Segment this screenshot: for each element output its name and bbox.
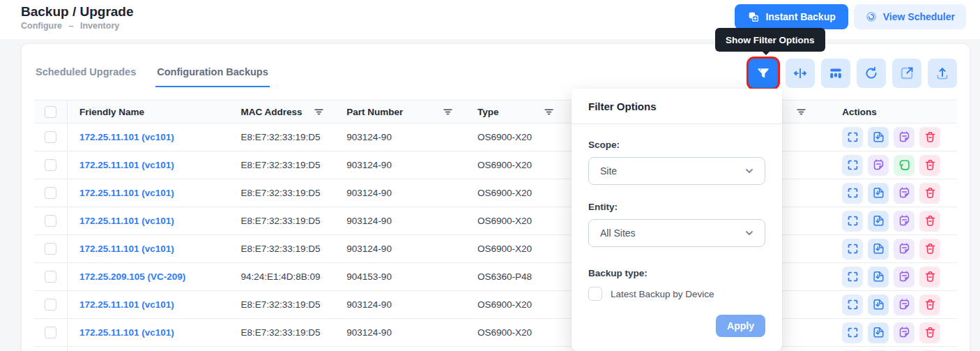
table-row: 172.25.11.101 (vc101) E8:E7:32:33:19:D5 … (34, 207, 957, 235)
device-link[interactable]: 172.25.11.101 (vc101) (79, 188, 174, 198)
view-scheduler-button[interactable]: View Scheduler (854, 4, 966, 29)
refresh-icon (864, 66, 879, 81)
download-action-button[interactable] (868, 127, 889, 148)
device-link[interactable]: 172.25.11.101 (vc101) (79, 244, 174, 254)
note-action-button[interactable] (894, 127, 914, 148)
expand-action-button[interactable] (842, 211, 863, 232)
delete-action-button[interactable] (919, 127, 940, 148)
content-area: Scheduled Upgrades Configuration Backups (0, 39, 980, 351)
device-link[interactable]: 172.25.11.101 (vc101) (79, 299, 174, 310)
column-resize-button[interactable] (786, 59, 815, 88)
note-action-button[interactable] (894, 322, 914, 343)
download-action-button[interactable] (868, 211, 889, 232)
download-action-button[interactable] (868, 322, 889, 343)
tab-configuration-backups[interactable]: Configuration Backups (155, 59, 270, 87)
device-link[interactable]: 172.25.11.101 (vc101) (79, 216, 174, 226)
delete-action-button[interactable] (919, 322, 940, 343)
scope-select[interactable]: Site (588, 157, 765, 185)
type-value: OS6900-X20 (477, 244, 532, 254)
expand-action-button[interactable] (842, 267, 863, 287)
row-checkbox[interactable] (45, 271, 56, 283)
note-action-button[interactable] (894, 211, 914, 232)
row-checkbox[interactable] (45, 327, 56, 338)
view-scheduler-label: View Scheduler (883, 11, 955, 22)
table-columns-icon (828, 66, 843, 81)
filter-tooltip-text: Show Filter Options (726, 35, 815, 45)
delete-action-button[interactable] (919, 211, 940, 232)
expand-action-button[interactable] (842, 155, 863, 176)
date-column-filter-icon[interactable] (796, 107, 806, 117)
row-checkbox[interactable] (45, 299, 56, 311)
row-checkbox[interactable] (45, 187, 56, 199)
expand-action-button[interactable] (842, 127, 863, 148)
refresh-button[interactable] (857, 59, 886, 88)
filter-tooltip: Show Filter Options (715, 28, 825, 52)
expand-action-button[interactable] (842, 322, 863, 343)
mac-address-value: E8:E7:32:33:19:D5 (241, 216, 321, 226)
device-link[interactable]: 172.25.11.101 (vc101) (79, 160, 174, 170)
breadcrumb-item-configure[interactable]: Configure (21, 21, 62, 31)
note-action-button[interactable] (894, 239, 914, 260)
latest-backup-checkbox-label: Latest Backup by Device (611, 289, 714, 299)
download-action-button[interactable] (868, 239, 889, 260)
note-action-button[interactable] (894, 267, 914, 287)
type-value: OS6900-X20 (477, 132, 532, 142)
device-link[interactable]: 172.25.209.105 (VC-209) (79, 271, 185, 282)
part-column-filter-icon[interactable] (443, 107, 453, 117)
part-number-value: 903124-90 (346, 327, 392, 338)
tab-scheduled-upgrades[interactable]: Scheduled Upgrades (34, 59, 137, 87)
table-row: 172.25.11.101 (vc101) E8:E7:32:33:19:D5 … (34, 347, 957, 351)
export-button[interactable] (892, 59, 921, 88)
note-action-button[interactable] (868, 155, 889, 176)
upload-button[interactable] (928, 59, 957, 88)
delete-action-button[interactable] (919, 183, 940, 204)
device-link[interactable]: 172.25.11.101 (vc101) (79, 327, 174, 338)
mac-address-value: E8:E7:32:33:19:D5 (241, 244, 321, 254)
note-action-button[interactable] (894, 294, 914, 315)
expand-action-button[interactable] (842, 239, 863, 260)
part-number-value: 903124-90 (346, 132, 392, 142)
mac-column-filter-icon[interactable] (314, 107, 324, 117)
row-checkbox[interactable] (45, 159, 56, 171)
instant-backup-button[interactable]: Instant Backup (735, 4, 848, 29)
expand-action-button[interactable] (842, 294, 863, 315)
note-action-button[interactable] (894, 183, 914, 204)
delete-action-button[interactable] (919, 267, 940, 287)
restore-action-button[interactable] (894, 155, 914, 176)
table-body: 172.25.11.101 (vc101) E8:E7:32:33:19:D5 … (34, 124, 957, 351)
expand-action-button[interactable] (842, 183, 863, 204)
device-link[interactable]: 172.25.11.101 (vc101) (79, 132, 174, 142)
backup-copy-plus-icon (747, 10, 760, 23)
table-header-row: Friendly Name MAC Address Part Number (34, 100, 957, 124)
type-value: OS6900-X20 (477, 188, 532, 198)
mac-address-value: E8:E7:32:33:19:D5 (241, 132, 321, 142)
table-row: 172.25.11.101 (vc101) E8:E7:32:33:19:D5 … (34, 235, 957, 263)
download-action-button[interactable] (868, 267, 889, 287)
table-row: 172.25.11.101 (vc101) E8:E7:32:33:19:D5 … (34, 179, 957, 207)
apply-button[interactable]: Apply (716, 315, 765, 337)
breadcrumb-item-inventory[interactable]: Inventory (80, 21, 119, 31)
table-toolbar (747, 59, 957, 88)
entity-select[interactable]: All Sites (588, 219, 765, 247)
header-friendly-name: Friendly Name (68, 100, 236, 123)
columns-button[interactable] (821, 59, 850, 88)
page-title: Backup / Upgrade (21, 4, 134, 20)
delete-action-button[interactable] (919, 294, 940, 315)
type-column-filter-icon[interactable] (544, 107, 554, 117)
part-number-value: 904153-90 (346, 271, 392, 282)
row-checkbox[interactable] (45, 243, 56, 255)
filter-options-popup: Filter Options Scope: Site Entity: All S… (572, 89, 782, 351)
download-action-button[interactable] (868, 294, 889, 315)
download-action-button[interactable] (868, 183, 889, 204)
row-checkbox[interactable] (45, 215, 56, 227)
delete-action-button[interactable] (919, 155, 940, 176)
row-checkbox[interactable] (45, 131, 56, 143)
latest-backup-checkbox[interactable] (588, 287, 602, 301)
select-all-checkbox[interactable] (45, 106, 56, 118)
delete-action-button[interactable] (919, 239, 940, 260)
filter-toggle-button[interactable] (749, 59, 778, 88)
column-resize-icon (793, 66, 808, 81)
table-row: 172.25.209.105 (VC-209) 94:24:E1:4D:8B:0… (34, 263, 957, 291)
chevron-down-icon (744, 227, 755, 239)
table-row: 172.25.11.101 (vc101) E8:E7:32:33:19:D5 … (34, 124, 957, 151)
